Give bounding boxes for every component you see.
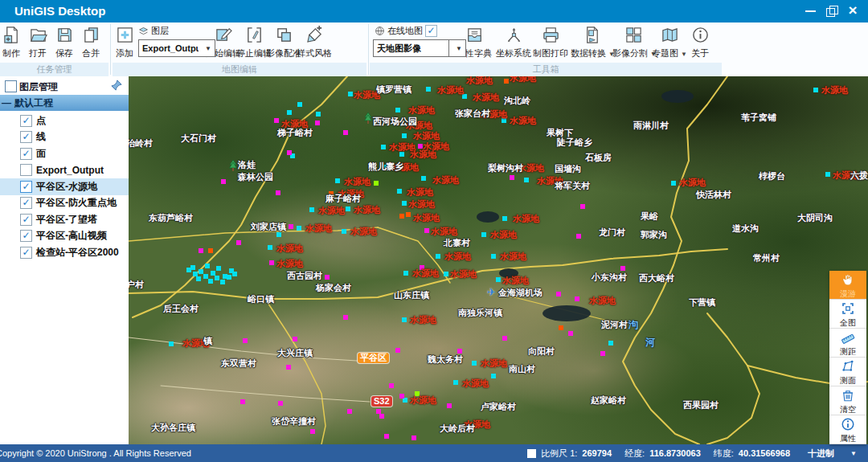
layer-checkbox[interactable]: ✓ <box>20 115 32 127</box>
map-marker-cyan[interactable] <box>825 172 830 177</box>
map-marker-magenta[interactable] <box>286 365 291 370</box>
map-marker-cyan[interactable] <box>491 374 496 378</box>
map-tool-area[interactable]: 测面 <box>829 358 866 386</box>
minimize-button[interactable] <box>804 5 818 18</box>
map-marker-cyan[interactable] <box>335 178 340 183</box>
close-button[interactable]: × <box>845 5 860 18</box>
map-marker-magenta[interactable] <box>269 260 274 265</box>
map-marker-cyan[interactable] <box>346 206 350 211</box>
map-marker-magenta[interactable] <box>221 179 226 184</box>
map-marker-magenta[interactable] <box>576 234 581 239</box>
map-marker-orange[interactable] <box>559 325 563 330</box>
toolbar-button-about[interactable]: 关于 <box>679 24 721 61</box>
map-marker-cyan[interactable] <box>169 341 174 346</box>
layer-item-面[interactable]: ✓面 <box>0 145 129 162</box>
map-marker-magenta[interactable] <box>399 394 404 399</box>
layer-item-检查站-平谷区2000[interactable]: ✓检查站-平谷区2000 <box>0 244 129 261</box>
layer-dropdown[interactable]: Export_Output ▼ <box>138 39 215 57</box>
map-marker-cyan[interactable] <box>491 254 496 259</box>
map-marker-magenta[interactable] <box>276 190 280 195</box>
online-map-checkbox[interactable]: ✓ <box>425 25 437 37</box>
map-tool-full[interactable]: 全图 <box>829 300 866 329</box>
map-tool-trash[interactable]: 清空 <box>829 386 866 415</box>
toolbar-button-coord[interactable]: 坐标系统 <box>493 24 534 61</box>
map-marker-magenta[interactable] <box>343 315 348 320</box>
map-marker-cyan[interactable] <box>402 201 407 206</box>
map-marker-cyan[interactable] <box>215 276 219 280</box>
map-marker-magenta[interactable] <box>278 401 283 406</box>
toolbar-button-print[interactable]: 制图打印 <box>530 24 571 61</box>
layer-item-平谷区-防火重点地[interactable]: ✓平谷区-防火重点地 <box>0 195 129 212</box>
layer-checkbox[interactable]: ✓ <box>20 197 32 209</box>
map-marker-magenta[interactable] <box>447 403 452 408</box>
map-marker-magenta[interactable] <box>568 331 573 336</box>
map-marker-magenta[interactable] <box>575 296 579 301</box>
map-marker-orange[interactable] <box>208 248 213 253</box>
collapse-icon[interactable]: — <box>2 97 11 108</box>
map-marker-magenta[interactable] <box>424 228 429 233</box>
map-marker-magenta[interactable] <box>293 337 297 341</box>
map-marker-cyan[interactable] <box>216 266 221 271</box>
map-marker-magenta[interactable] <box>325 275 330 280</box>
map-marker-cyan[interactable] <box>472 361 477 366</box>
maximize-button[interactable] <box>825 5 839 18</box>
map-marker-magenta[interactable] <box>389 383 394 388</box>
map-marker-cyan[interactable] <box>205 264 210 268</box>
map-marker-cyan[interactable] <box>342 229 346 234</box>
map-marker-magenta[interactable] <box>379 414 384 419</box>
map-marker-cyan[interactable] <box>402 133 407 138</box>
layer-checkbox[interactable]: ✓ <box>20 214 32 226</box>
map-marker-cyan[interactable] <box>232 272 237 276</box>
layer-checkbox[interactable]: ✓ <box>20 230 32 242</box>
map-marker-cyan[interactable] <box>395 108 400 112</box>
map-marker-magenta[interactable] <box>287 150 292 155</box>
map-marker-cyan[interactable] <box>196 276 201 281</box>
map-marker-magenta[interactable] <box>510 175 514 180</box>
layer-checkbox[interactable]: ✓ <box>20 131 32 143</box>
map-marker-magenta[interactable] <box>347 409 352 414</box>
map-tool-info[interactable]: 属性 <box>829 415 866 444</box>
chevron-down-icon[interactable]: ▼ <box>850 450 857 457</box>
layer-checkbox[interactable]: ✓ <box>20 247 32 259</box>
layer-item-点[interactable]: ✓点 <box>0 112 129 129</box>
map-marker-cyan[interactable] <box>453 380 458 385</box>
map-marker-cyan[interactable] <box>287 110 292 115</box>
pin-icon[interactable] <box>111 80 122 91</box>
project-node[interactable]: — 默认工程 <box>0 95 129 111</box>
layer-item-平谷区-了望塔[interactable]: ✓平谷区-了望塔 <box>0 211 129 228</box>
map-marker-cyan[interactable] <box>481 232 486 237</box>
layer-item-平谷区-高山视频[interactable]: ✓平谷区-高山视频 <box>0 228 129 245</box>
map-marker-cyan[interactable] <box>348 92 353 96</box>
map-marker-cyan[interactable] <box>496 277 501 282</box>
map-marker-magenta[interactable] <box>556 292 561 296</box>
map-marker-cyan[interactable] <box>220 280 225 284</box>
map-marker-cyan[interactable] <box>426 87 431 92</box>
map-marker-magenta[interactable] <box>411 435 416 440</box>
map-tool-hand[interactable]: 漫游 <box>829 271 866 300</box>
map-marker-cyan[interactable] <box>397 189 402 194</box>
map-marker-cyan[interactable] <box>421 176 426 181</box>
map-marker-magenta[interactable] <box>395 348 400 353</box>
map-marker-cyan[interactable] <box>524 178 529 182</box>
layer-checkbox[interactable] <box>20 164 32 176</box>
map-marker-cyan[interactable] <box>444 272 448 276</box>
map-marker-cyan[interactable] <box>381 145 386 149</box>
map-marker-magenta[interactable] <box>600 351 605 356</box>
map-marker-magenta[interactable] <box>289 224 293 229</box>
map-marker-cyan[interactable] <box>309 207 314 212</box>
map-marker-magenta[interactable] <box>274 118 279 123</box>
map-marker-cyan[interactable] <box>403 271 408 276</box>
map-marker-cyan[interactable] <box>297 226 301 231</box>
map-marker-cyan[interactable] <box>671 181 676 186</box>
map-canvas[interactable]: 水源地水源地水源地水源地水源地水源地水源地水源地水源地水源地水源地水源地水源地水… <box>129 76 868 444</box>
map-marker-magenta[interactable] <box>620 266 625 271</box>
toolbar-button-convert[interactable]: 数据转换 ▼ <box>571 24 612 61</box>
map-marker-cyan[interactable] <box>502 216 507 221</box>
layer-item-Export_Output[interactable]: Export_Output <box>0 162 129 179</box>
toolbar-button-style[interactable]: 样式风格 <box>293 24 335 61</box>
layer-item-平谷区-水源地[interactable]: ✓平谷区-水源地 <box>0 178 129 195</box>
map-marker-magenta[interactable] <box>384 434 389 439</box>
map-marker-cyan[interactable] <box>436 254 440 259</box>
map-marker-cyan[interactable] <box>813 88 818 92</box>
format-selector[interactable]: 十进制 <box>808 448 834 460</box>
